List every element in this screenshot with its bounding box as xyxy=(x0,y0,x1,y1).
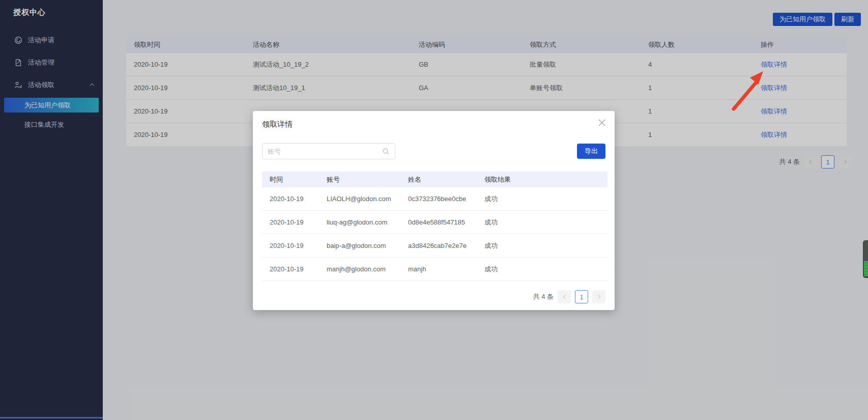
indicator-level-bar xyxy=(864,261,868,276)
cell-account: manjh@glodon.com xyxy=(327,265,408,273)
cell-name: a3d8426cab7e2e7e xyxy=(408,242,484,249)
table-row: 2020-10-19 LIAOLH@glodon.com 0c3732376be… xyxy=(262,187,607,211)
cell-account: LIAOLH@glodon.com xyxy=(327,195,408,203)
column-header-result: 领取结果 xyxy=(484,175,607,184)
next-page-button[interactable] xyxy=(592,290,605,303)
search-icon xyxy=(382,148,390,155)
cell-name: 0d8e4e588f547185 xyxy=(408,218,484,226)
modal-title: 领取详情 xyxy=(262,120,293,129)
total-count-label: 共 4 条 xyxy=(533,292,554,301)
cell-time: 2020-10-19 xyxy=(270,195,327,203)
modal-toolbar: 导出 xyxy=(262,143,605,159)
cell-account: baip-a@glodon.com xyxy=(327,242,408,249)
table-row: 2020-10-19 baip-a@glodon.com a3d8426cab7… xyxy=(262,234,607,258)
cell-result: 成功 xyxy=(484,265,607,274)
account-search-input[interactable] xyxy=(268,148,382,155)
column-header-time: 时间 xyxy=(270,175,327,184)
cell-time: 2020-10-19 xyxy=(270,242,327,249)
account-search-box[interactable] xyxy=(262,143,395,159)
prev-page-button[interactable] xyxy=(558,290,571,303)
modal-pagination: 共 4 条 1 xyxy=(533,290,605,303)
cell-result: 成功 xyxy=(484,194,607,204)
cell-account: liuq-ag@glodon.com xyxy=(327,218,408,226)
cell-name: 0c3732376bee0cbe xyxy=(408,195,484,203)
screen-indicator-widget xyxy=(863,240,868,278)
table-row: 2020-10-19 liuq-ag@glodon.com 0d8e4e588f… xyxy=(262,211,607,234)
cell-time: 2020-10-19 xyxy=(270,265,327,273)
modal-table-body: 2020-10-19 LIAOLH@glodon.com 0c3732376be… xyxy=(262,187,607,281)
column-header-account: 账号 xyxy=(327,175,408,184)
table-row: 2020-10-19 manjh@glodon.com manjh 成功 xyxy=(262,258,607,281)
cell-time: 2020-10-19 xyxy=(270,218,327,226)
column-header-name: 姓名 xyxy=(408,175,484,184)
claim-results-table: 时间 账号 姓名 领取结果 2020-10-19 LIAOLH@glodon.c… xyxy=(262,172,607,281)
next-icon xyxy=(596,295,600,299)
cell-result: 成功 xyxy=(484,218,607,227)
prev-icon xyxy=(563,295,567,299)
cell-result: 成功 xyxy=(484,241,607,250)
current-page-button[interactable]: 1 xyxy=(575,290,588,303)
cell-name: manjh xyxy=(408,265,484,273)
modal-table-header-row: 时间 账号 姓名 领取结果 xyxy=(262,172,607,187)
close-icon[interactable] xyxy=(597,118,606,127)
claim-details-modal: 领取详情 导出 时间 账号 姓名 领取结果 2020-10-19 LIAOLH@… xyxy=(253,111,615,310)
export-button[interactable]: 导出 xyxy=(577,144,605,159)
annotation-arrow-icon xyxy=(729,66,769,113)
